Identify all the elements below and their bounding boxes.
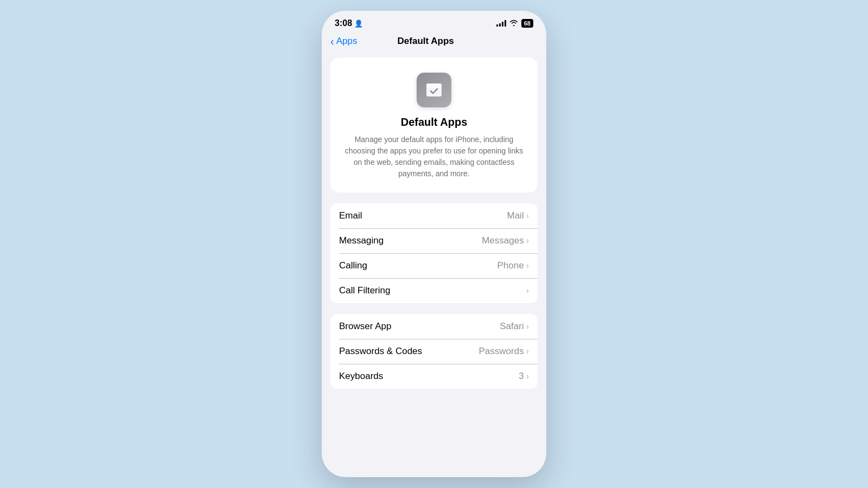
settings-row[interactable]: Passwords & CodesPasswords› — [330, 339, 538, 364]
settings-row-right: Messages› — [482, 235, 529, 246]
chevron-right-icon: › — [526, 211, 529, 221]
chevron-right-icon: › — [526, 346, 529, 356]
status-time: 3:08 👤 — [335, 18, 363, 28]
settings-row-label: Browser App — [339, 321, 391, 332]
settings-row-label: Calling — [339, 260, 367, 271]
settings-row-right: Safari› — [500, 321, 529, 332]
settings-row[interactable]: EmailMail› — [330, 203, 538, 228]
settings-row-label: Passwords & Codes — [339, 346, 422, 357]
chevron-right-icon: › — [526, 371, 529, 381]
person-icon: 👤 — [354, 20, 363, 28]
chevron-right-icon: › — [526, 322, 529, 331]
default-apps-icon — [417, 73, 451, 107]
settings-row-label: Call Filtering — [339, 285, 390, 296]
status-icons: 68 — [496, 19, 533, 28]
signal-bars-icon — [496, 20, 506, 27]
battery-icon: 68 — [521, 19, 533, 28]
back-label: Apps — [336, 36, 358, 47]
nav-bar: ‹ Apps Default Apps — [322, 31, 546, 53]
settings-row-label: Keyboards — [339, 371, 383, 382]
settings-row[interactable]: Call Filtering› — [330, 278, 538, 303]
chevron-left-icon: ‹ — [330, 36, 334, 47]
info-card-description: Manage your default apps for iPhone, inc… — [341, 134, 527, 179]
settings-row-label: Messaging — [339, 235, 384, 246]
settings-row-value: Passwords — [479, 346, 524, 357]
group-communication: EmailMail›MessagingMessages›CallingPhone… — [330, 203, 538, 303]
wifi-icon — [509, 20, 518, 28]
settings-row[interactable]: Keyboards3› — [330, 364, 538, 389]
settings-row-value: Safari — [500, 321, 524, 332]
settings-row[interactable]: Browser AppSafari› — [330, 314, 538, 339]
settings-row-value: Messages — [482, 235, 524, 246]
settings-row[interactable]: CallingPhone› — [330, 253, 538, 278]
settings-row-value: Mail — [507, 210, 524, 221]
settings-row-right: Mail› — [507, 210, 529, 221]
info-card-title: Default Apps — [401, 116, 468, 129]
info-card: Default Apps Manage your default apps fo… — [330, 57, 538, 192]
phone-frame: 3:08 👤 68 ‹ Ap — [322, 11, 546, 477]
time-display: 3:08 — [335, 18, 352, 28]
battery-level: 68 — [524, 20, 531, 27]
settings-row[interactable]: MessagingMessages› — [330, 228, 538, 253]
settings-row-value: Phone — [497, 260, 524, 271]
settings-container: EmailMail›MessagingMessages›CallingPhone… — [322, 203, 546, 389]
settings-row-right: 3› — [519, 371, 529, 382]
settings-row-right: › — [526, 286, 529, 296]
page-title: Default Apps — [398, 36, 454, 47]
content-area[interactable]: Default Apps Manage your default apps fo… — [322, 53, 546, 477]
chevron-right-icon: › — [526, 261, 529, 271]
group-apps: Browser AppSafari›Passwords & CodesPassw… — [330, 314, 538, 389]
settings-row-value: 3 — [519, 371, 524, 382]
status-bar: 3:08 👤 68 — [322, 11, 546, 31]
settings-row-right: Phone› — [497, 260, 529, 271]
svg-rect-1 — [426, 84, 442, 88]
settings-row-label: Email — [339, 210, 362, 221]
back-button[interactable]: ‹ Apps — [330, 36, 357, 47]
chevron-right-icon: › — [526, 236, 529, 246]
settings-row-right: Passwords› — [479, 346, 529, 357]
chevron-right-icon: › — [526, 286, 529, 296]
